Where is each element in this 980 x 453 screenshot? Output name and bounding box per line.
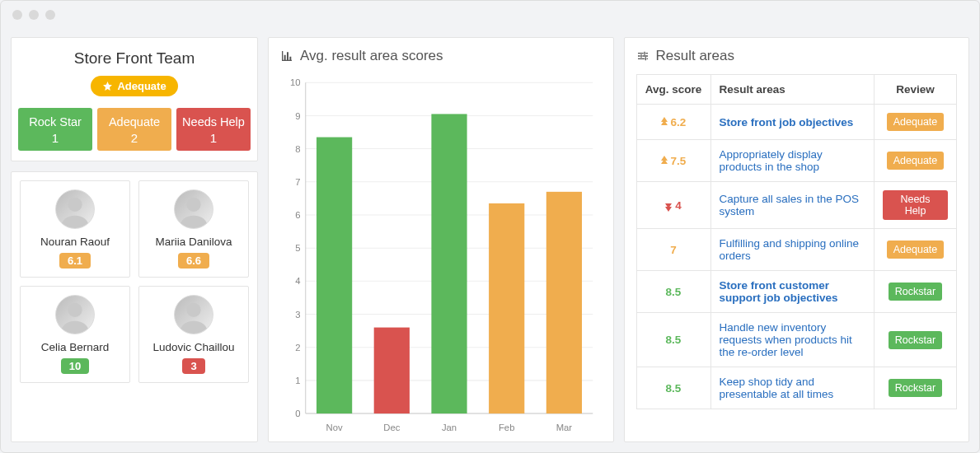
svg-text:Feb: Feb [499, 423, 514, 432]
chart-bar[interactable] [317, 138, 352, 414]
window-control-dot[interactable] [12, 10, 22, 20]
chart-area: 012345678910NovDecJanFebMar [269, 74, 613, 446]
status-count: 2 [101, 130, 168, 147]
status-label: Rock Star [29, 115, 82, 128]
svg-text:4: 4 [295, 276, 300, 286]
svg-point-2 [68, 303, 82, 317]
results-table: Avg. score Result areas Review 6.2Store … [636, 74, 958, 409]
result-area-link[interactable]: Store front job objectives [720, 116, 854, 128]
col-result-areas[interactable]: Result areas [710, 75, 874, 105]
row-review: Rockstar [874, 313, 957, 367]
person-score: 6.1 [59, 253, 91, 269]
row-review: Adequate [874, 229, 957, 271]
person-card[interactable]: Celia Bernard10 [20, 286, 130, 383]
person-card[interactable]: Mariia Danilova6.6 [138, 180, 249, 278]
chart-section-title: Avg. result area scores [300, 48, 443, 64]
row-result-area: Capture all sales in the POS system [710, 182, 874, 229]
avatar [55, 189, 95, 229]
bar-chart-icon [280, 49, 293, 63]
row-avg-score: 6.2 [636, 105, 710, 140]
review-badge[interactable]: Rockstar [889, 283, 942, 301]
review-badge[interactable]: Adequate [887, 241, 945, 259]
chart-bar[interactable] [431, 114, 467, 413]
person-card[interactable]: Ludovic Chaillou3 [138, 286, 249, 383]
review-badge[interactable]: Rockstar [889, 379, 942, 397]
svg-text:Dec: Dec [383, 423, 400, 432]
status-box[interactable]: Adequate2 [97, 108, 171, 151]
person-name: Ludovic Chaillou [143, 341, 245, 353]
svg-text:2: 2 [295, 343, 300, 353]
svg-text:1: 1 [295, 376, 300, 385]
result-area-link[interactable]: Fulfilling and shipping online orders [720, 237, 860, 262]
row-avg-score: 7.5 [636, 140, 710, 182]
review-badge[interactable]: Adequate [887, 113, 945, 131]
row-avg-score: 8.5 [636, 313, 710, 367]
row-review: Rockstar [874, 367, 957, 409]
result-area-link[interactable]: Keep shop tidy and presentable at all ti… [720, 376, 834, 400]
sliders-icon [636, 49, 649, 63]
app-window: Store Front Team Adequate Rock Star1Adeq… [0, 0, 980, 453]
row-review: Needs Help [874, 182, 957, 229]
row-review: Adequate [874, 105, 957, 140]
status-count: 1 [21, 130, 89, 147]
person-score: 3 [182, 358, 204, 374]
table-row: 8.5Store front customer support job obje… [636, 271, 957, 313]
results-header-row: Avg. score Result areas Review [636, 75, 957, 105]
svg-text:Nov: Nov [326, 423, 343, 432]
window-title-bar [1, 1, 979, 29]
result-areas-card: Result areas Avg. score Result areas Rev… [624, 37, 970, 442]
bar-chart: 012345678910NovDecJanFebMar [280, 74, 602, 437]
row-result-area: Store front job objectives [710, 105, 874, 140]
person-name: Nouran Raouf [24, 236, 126, 248]
window-control-dot[interactable] [45, 10, 55, 20]
people-card: Nouran Raouf6.1Mariia Danilova6.6Celia B… [11, 171, 258, 442]
status-label: Adequate [109, 115, 160, 128]
team-summary-card: Store Front Team Adequate Rock Star1Adeq… [11, 37, 258, 161]
main-content: Store Front Team Adequate Rock Star1Adeq… [1, 29, 979, 452]
status-box[interactable]: Rock Star1 [18, 108, 92, 151]
chart-bar[interactable] [546, 192, 582, 413]
chart-bar[interactable] [489, 203, 524, 413]
row-avg-score: 7 [636, 229, 710, 271]
results-section-header: Result areas [625, 38, 969, 74]
person-card[interactable]: Nouran Raouf6.1 [20, 180, 130, 278]
review-badge[interactable]: Adequate [887, 152, 945, 170]
svg-text:5: 5 [295, 243, 300, 253]
chart-bar[interactable] [374, 328, 410, 413]
row-avg-score: 8.5 [636, 367, 710, 409]
status-box[interactable]: Needs Help1 [176, 108, 251, 151]
svg-text:3: 3 [295, 310, 300, 320]
row-result-area: Keep shop tidy and presentable at all ti… [710, 367, 874, 409]
review-badge[interactable]: Needs Help [883, 190, 948, 220]
result-area-link[interactable]: Handle new inventory requests when produ… [720, 321, 852, 358]
svg-text:10: 10 [290, 77, 301, 87]
row-avg-score: 4 [636, 182, 710, 229]
svg-point-1 [186, 198, 200, 212]
result-area-link[interactable]: Capture all sales in the POS system [720, 193, 860, 217]
result-area-link[interactable]: Store front customer support job objecti… [720, 279, 838, 304]
window-control-dot[interactable] [29, 10, 39, 20]
svg-text:Mar: Mar [556, 423, 573, 432]
avatar [174, 189, 213, 229]
col-review[interactable]: Review [874, 75, 957, 105]
result-area-link[interactable]: Appropriately display products in the sh… [720, 148, 823, 173]
svg-point-3 [186, 303, 200, 317]
row-avg-score: 8.5 [636, 271, 710, 313]
table-row: 8.5Keep shop tidy and presentable at all… [636, 367, 957, 409]
table-row: 7Fulfilling and shipping online ordersAd… [636, 229, 957, 271]
team-overall-badge-label: Adequate [117, 80, 166, 92]
table-row: 6.2Store front job objectivesAdequate [636, 105, 957, 140]
svg-text:0: 0 [295, 409, 300, 418]
team-overall-badge[interactable]: Adequate [91, 76, 177, 96]
col-avg-score[interactable]: Avg. score [636, 75, 710, 105]
person-name: Mariia Danilova [143, 236, 245, 248]
avatar [174, 295, 213, 334]
star-icon [102, 81, 113, 91]
review-badge[interactable]: Rockstar [889, 331, 942, 349]
results-section-title: Result areas [656, 48, 734, 64]
svg-point-0 [68, 198, 82, 212]
person-score: 10 [61, 358, 89, 374]
chart-section-header: Avg. result area scores [269, 38, 613, 74]
row-review: Rockstar [874, 271, 957, 313]
svg-text:Jan: Jan [442, 423, 457, 432]
